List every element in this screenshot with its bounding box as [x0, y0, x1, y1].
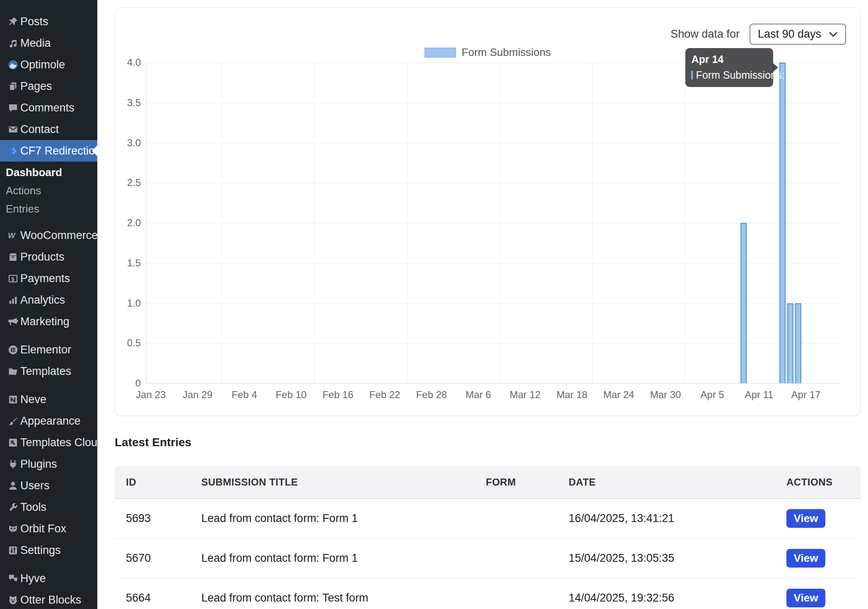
sidebar-item-label: Media [20, 37, 51, 50]
show-data-for-label: Show data for [670, 28, 740, 41]
tooltip-swatch [691, 71, 693, 80]
gridline-vertical [499, 63, 500, 383]
megaphone-icon [5, 316, 20, 327]
gridline-horizontal [147, 143, 841, 143]
bar-apr-14[interactable] [779, 63, 786, 383]
gridline-vertical [592, 63, 593, 383]
sidebar-item-label: Payments [20, 272, 70, 285]
sidebar-item-users[interactable]: Users [0, 475, 97, 496]
sidebar-item-templates-cloud[interactable]: Templates Cloud [0, 432, 97, 453]
main-content: Show data for Last 90 days Form Submissi… [97, 0, 868, 609]
sidebar-item-posts[interactable]: Posts [0, 11, 97, 32]
entry-id: 5693 [126, 512, 201, 525]
sidebar-item-neve[interactable]: Neve [0, 389, 97, 410]
bars-icon [5, 295, 20, 306]
gridline-vertical [222, 63, 222, 383]
media-icon [5, 38, 20, 49]
chart-card: Show data for Last 90 days Form Submissi… [115, 7, 861, 416]
entries-table: IDSUBMISSION TITLEFORMDATEACTIONS 5693Le… [115, 466, 861, 609]
y-axis-tick-label: 0 [117, 377, 141, 389]
view-button[interactable]: View [786, 509, 825, 528]
sidebar-item-label: Tools [20, 501, 46, 514]
svg-text:$: $ [11, 276, 14, 282]
date-range-select[interactable]: Last 90 days [750, 24, 846, 45]
sidebar-item-comments[interactable]: Comments [0, 97, 97, 118]
view-button[interactable]: View [786, 589, 825, 607]
x-axis-tick-label: Feb 10 [276, 389, 307, 401]
y-axis-tick-label: 2.0 [117, 217, 141, 229]
gridline-vertical [407, 63, 407, 383]
x-axis-tick-label: Jan 29 [183, 389, 212, 401]
table-row: 5693Lead from contact form: Form 116/04/… [115, 499, 861, 539]
sidebar-item-appearance[interactable]: Appearance [0, 410, 97, 432]
sidebar-item-optimole[interactable]: Optimole [0, 54, 97, 75]
folder-icon [5, 366, 20, 377]
sidebar-item-marketing[interactable]: Marketing [0, 311, 97, 332]
x-axis-tick-label: Mar 30 [650, 389, 681, 401]
sidebar-item-tools[interactable]: Tools [0, 496, 97, 518]
sidebar-item-products[interactable]: Products [0, 246, 97, 268]
gridline-vertical [314, 63, 314, 383]
column-header-submission-title: SUBMISSION TITLE [201, 476, 486, 488]
y-axis-tick-label: 3.5 [117, 97, 141, 109]
x-axis-tick-label: Apr 11 [745, 389, 774, 401]
sidebar-item-plugins[interactable]: Plugins [0, 453, 97, 475]
sidebar-item-elementor[interactable]: Elementor [0, 339, 97, 360]
sidebar-item-otter-blocks[interactable]: Otter Blocks [0, 589, 97, 609]
sidebar-item-templates[interactable]: Templates [0, 360, 97, 382]
sidebar-item-media[interactable]: Media [0, 32, 97, 54]
tooltip-title: Apr 14 [691, 53, 773, 65]
sidebar-item-payments[interactable]: $Payments [0, 268, 97, 289]
y-axis-tick-label: 1.5 [117, 257, 141, 269]
gridline-horizontal [147, 223, 841, 223]
x-axis-tick-label: Mar 6 [465, 389, 491, 401]
sidebar-item-label: Appearance [20, 415, 81, 428]
view-button[interactable]: View [786, 549, 825, 568]
sliders-icon [5, 545, 20, 556]
submenu-item-actions[interactable]: Actions [0, 181, 97, 200]
chat-icon [5, 573, 20, 584]
entry-id: 5664 [126, 592, 201, 604]
wordpress-admin-screen: PostsMediaOptimolePagesCommentsContactCF… [0, 0, 868, 609]
y-axis-tick-label: 1.0 [117, 297, 141, 309]
sidebar-item-woocommerce[interactable]: WWooCommerce [0, 225, 97, 246]
sidebar-item-label: Hyve [20, 572, 46, 585]
chevron-down-icon [829, 31, 838, 37]
x-axis-tick-label: Apr 5 [700, 389, 724, 401]
bar-apr-16[interactable] [795, 303, 801, 384]
sidebar-item-orbit-fox[interactable]: Orbit Fox [0, 518, 97, 539]
submenu-item-entries[interactable]: Entries [0, 200, 97, 218]
submenu-item-dashboard[interactable]: Dashboard [0, 163, 97, 181]
bar-apr-15[interactable] [787, 303, 793, 384]
sidebar-item-contact[interactable]: Contact [0, 118, 97, 140]
y-axis-tick-label: 0.5 [117, 337, 141, 349]
elementor-icon [5, 344, 20, 355]
comment-icon [5, 102, 20, 114]
sidebar-item-settings[interactable]: Settings [0, 539, 97, 561]
sidebar-item-label: Neve [20, 393, 46, 406]
x-axis-tick-label: Mar 12 [510, 389, 541, 401]
bar-chart-plot: Apr 14 Form Submissions: 4 00.51.01.52.0… [146, 63, 841, 384]
entry-id: 5670 [126, 552, 201, 565]
sidebar-item-cf7-redirection[interactable]: CF7 Redirection [0, 140, 97, 162]
admin-sidebar: PostsMediaOptimolePagesCommentsContactCF… [0, 0, 97, 609]
y-axis-tick-label: 2.5 [117, 177, 141, 188]
x-axis-tick-label: Feb 4 [231, 389, 257, 401]
sidebar-item-hyve[interactable]: Hyve [0, 568, 97, 589]
latest-entries-heading: Latest Entries [115, 436, 191, 449]
bar-apr-9[interactable] [740, 223, 747, 383]
column-header-actions: ACTIONS [786, 476, 861, 488]
brush-icon [5, 416, 20, 427]
entries-table-header: IDSUBMISSION TITLEFORMDATEACTIONS [115, 466, 861, 499]
sidebar-item-label: Optimole [20, 58, 65, 71]
fox-icon [5, 523, 20, 534]
date-range-value: Last 90 days [758, 28, 821, 41]
sidebar-item-pages[interactable]: Pages [0, 75, 97, 97]
sidebar-item-analytics[interactable]: Analytics [0, 289, 97, 311]
plug-icon [5, 459, 20, 470]
sidebar-item-label: Orbit Fox [20, 522, 66, 535]
entry-date: 14/04/2025, 19:32:56 [569, 592, 786, 604]
chart-tooltip: Apr 14 Form Submissions: 4 [685, 48, 773, 87]
entry-title: Lead from contact form: Form 1 [201, 552, 486, 565]
x-axis-tick-label: Feb 16 [323, 389, 354, 401]
